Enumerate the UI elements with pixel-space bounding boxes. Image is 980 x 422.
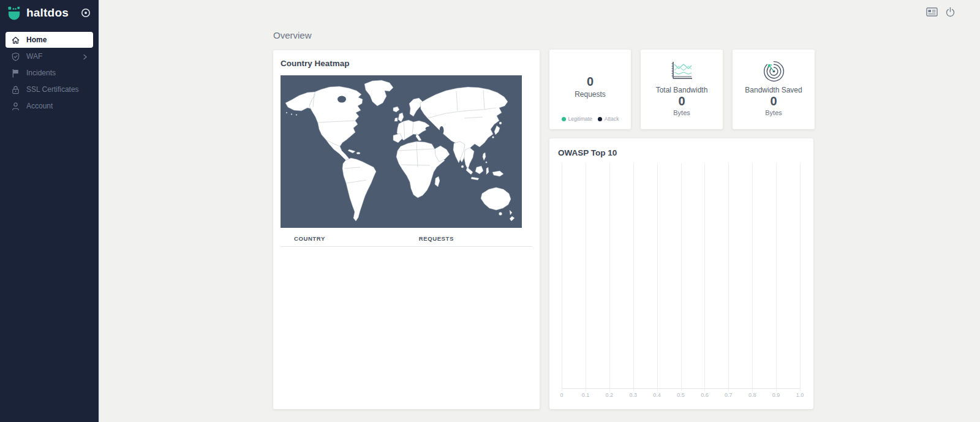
chevron-right-icon [83, 53, 88, 59]
requests-value: 0 [587, 75, 594, 88]
sidebar-item-label: SSL Certificates [26, 85, 88, 94]
sidebar-item-account[interactable]: Account [6, 98, 93, 114]
flag-icon [11, 68, 20, 78]
bandwidth-saved-unit: Bytes [765, 109, 782, 116]
x-tick: 0.3 [629, 392, 637, 398]
sidebar-item-label: Account [26, 102, 88, 110]
legend-label: Attack [605, 116, 619, 122]
requests-label: Requests [575, 90, 606, 99]
column-header-country: COUNTRY [294, 235, 325, 242]
lock-icon [11, 85, 20, 94]
legitimate-dot-icon [562, 117, 566, 121]
sidebar-item-label: WAF [26, 52, 83, 61]
sidebar-item-label: Home [26, 36, 88, 44]
gridline [704, 164, 705, 391]
target-icon[interactable] [80, 7, 91, 18]
shield-check-icon [11, 51, 20, 61]
legend-item-legitimate: Legitimate [562, 116, 592, 122]
x-tick: 0.6 [701, 392, 709, 398]
legend-item-attack: Attack [598, 116, 619, 122]
sidebar-item-incidents[interactable]: Incidents [6, 65, 93, 81]
sidebar-item-home[interactable]: Home [6, 32, 93, 48]
requests-legend: Legitimate Attack [562, 116, 619, 122]
bandwidth-saved-value: 0 [770, 94, 777, 108]
total-bandwidth-unit: Bytes [673, 109, 690, 116]
gridline [776, 164, 777, 391]
home-icon [11, 35, 20, 45]
sidebar-header: haltdos [0, 0, 99, 26]
owasp-top10-card: OWASP Top 10 0 0.1 0.2 0.3 0.4 0.5 0.6 0… [549, 138, 813, 409]
world-map[interactable] [281, 75, 522, 228]
haltdos-logo-icon [7, 6, 21, 20]
total-bandwidth-card: Total Bandwidth 0 Bytes [641, 50, 723, 129]
contact-card-icon[interactable] [926, 7, 938, 17]
x-tick: 0.7 [725, 392, 733, 398]
spiral-icon [761, 58, 786, 85]
gridline [562, 164, 562, 391]
x-tick: 1.0 [796, 392, 804, 398]
power-icon[interactable] [945, 7, 956, 17]
sidebar: haltdos Home WAF [0, 0, 100, 422]
sidebar-nav: Home WAF Incide [0, 32, 99, 114]
sidebar-item-waf[interactable]: WAF [6, 48, 93, 64]
x-tick: 0.5 [677, 392, 685, 398]
gridline [800, 164, 801, 391]
owasp-title: OWASP Top 10 [558, 148, 805, 157]
x-tick: 0.8 [748, 392, 756, 398]
legend-label: Legitimate [568, 116, 592, 122]
gridline [657, 164, 658, 391]
gridline [681, 164, 682, 391]
x-tick: 0.1 [582, 392, 590, 398]
gridline [633, 164, 634, 391]
x-tick: 0.4 [653, 392, 661, 398]
gridline [752, 164, 753, 391]
country-heatmap-title: Country Heatmap [281, 59, 532, 68]
owasp-x-axis: 0 0.1 0.2 0.3 0.4 0.5 0.6 0.7 0.8 0.9 1.… [562, 392, 800, 399]
page-title: Overview [273, 30, 312, 40]
owasp-chart-plot [562, 164, 800, 389]
bandwidth-saved-title: Bandwidth Saved [745, 86, 802, 94]
x-tick: 0.9 [772, 392, 780, 398]
gridline [586, 164, 586, 391]
area-chart-icon [669, 58, 695, 85]
country-heatmap-card: Country Heatmap [273, 50, 540, 409]
total-bandwidth-title: Total Bandwidth [656, 86, 708, 94]
x-tick: 0 [560, 392, 563, 398]
gridline [609, 164, 610, 391]
topbar-actions [926, 7, 956, 17]
country-table-header: COUNTRY REQUESTS [281, 232, 532, 247]
requests-stat-card: 0 Requests Legitimate Attack [549, 50, 631, 129]
column-header-requests: REQUESTS [419, 235, 454, 242]
sidebar-item-label: Incidents [26, 69, 88, 77]
total-bandwidth-value: 0 [678, 94, 685, 108]
brand-name: haltdos [26, 6, 80, 20]
sidebar-item-ssl-certificates[interactable]: SSL Certificates [6, 81, 93, 97]
user-icon [11, 101, 20, 111]
bandwidth-saved-card: Bandwidth Saved 0 Bytes [733, 50, 815, 129]
attack-dot-icon [598, 117, 602, 121]
gridline [728, 164, 729, 391]
x-tick: 0.2 [606, 392, 614, 398]
